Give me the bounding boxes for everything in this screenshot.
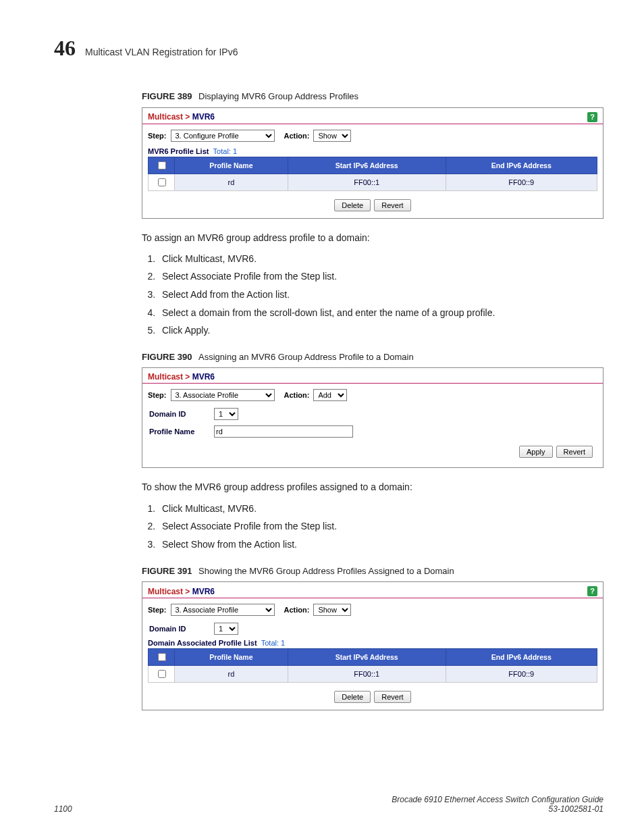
profile-list-total: 1 bbox=[233, 147, 237, 155]
profile-name-label: Profile Name bbox=[149, 427, 207, 436]
action-select[interactable]: Add bbox=[313, 389, 347, 401]
action-label: Action: bbox=[284, 606, 310, 614]
domain-id-label: Domain ID bbox=[149, 410, 207, 418]
intro-show: To show the MVR6 group address profiles … bbox=[142, 480, 603, 494]
figure-389-panel: Multicast > MVR6 ? Step: 3. Configure Pr… bbox=[142, 107, 603, 219]
step-item: Select Add from the Action list. bbox=[158, 286, 603, 304]
help-icon[interactable]: ? bbox=[587, 586, 597, 596]
figure-390-panel: Multicast > MVR6 Step: 3. Associate Prof… bbox=[142, 367, 603, 468]
breadcrumb-mvr6: MVR6 bbox=[192, 112, 215, 122]
breadcrumb: Multicast > MVR6 bbox=[148, 587, 215, 596]
step-item: Select Show from the Action list. bbox=[158, 536, 603, 554]
revert-button[interactable]: Revert bbox=[556, 446, 593, 458]
revert-button[interactable]: Revert bbox=[374, 691, 410, 703]
figure-391-title: Showing the MVR6 Group Address Profiles … bbox=[198, 566, 454, 576]
footer-pagenum: 1100 bbox=[54, 804, 72, 814]
cell-end-ipv6: FF00::9 bbox=[446, 666, 597, 683]
table-row: rd FF00::1 FF00::9 bbox=[149, 666, 597, 683]
cell-end-ipv6: FF00::9 bbox=[446, 174, 597, 190]
figure-390-caption: FIGURE 390 Assigning an MVR6 Group Addre… bbox=[142, 352, 603, 363]
row-checkbox[interactable] bbox=[158, 178, 166, 186]
footer-docnum: 53-1002581-01 bbox=[392, 804, 603, 814]
action-label: Action: bbox=[284, 132, 310, 140]
profile-name-input[interactable] bbox=[214, 425, 353, 438]
row-checkbox[interactable] bbox=[158, 670, 166, 678]
step-label: Step: bbox=[148, 606, 167, 614]
revert-button[interactable]: Revert bbox=[374, 199, 410, 211]
figure-389-label: FIGURE 389 bbox=[142, 91, 192, 101]
help-icon[interactable]: ? bbox=[587, 112, 597, 122]
domain-id-label: Domain ID bbox=[149, 625, 207, 633]
action-label: Action: bbox=[284, 391, 310, 399]
col-start-ipv6: Start IPv6 Address bbox=[288, 157, 446, 174]
delete-button[interactable]: Delete bbox=[334, 199, 371, 211]
domain-id-select[interactable]: 1 bbox=[214, 623, 238, 635]
step-item: Select a domain from the scroll-down lis… bbox=[158, 304, 603, 322]
assoc-profile-list-total: 1 bbox=[281, 639, 285, 647]
step-item: Click Apply. bbox=[158, 321, 603, 340]
figure-391-label: FIGURE 391 bbox=[142, 566, 192, 576]
cell-start-ipv6: FF00::1 bbox=[288, 666, 446, 683]
figure-389-title: Displaying MVR6 Group Address Profiles bbox=[198, 91, 358, 101]
col-profile-name: Profile Name bbox=[175, 649, 288, 666]
step-select[interactable]: 3. Associate Profile bbox=[171, 604, 275, 616]
chapter-number: 46 bbox=[54, 37, 76, 59]
figure-389-caption: FIGURE 389 Displaying MVR6 Group Address… bbox=[142, 91, 603, 102]
assoc-profile-table: Profile Name Start IPv6 Address End IPv6… bbox=[148, 648, 597, 683]
delete-button[interactable]: Delete bbox=[334, 691, 371, 703]
breadcrumb: Multicast > MVR6 bbox=[148, 372, 215, 382]
cell-start-ipv6: FF00::1 bbox=[288, 174, 446, 190]
breadcrumb-multicast: Multicast bbox=[148, 372, 183, 382]
col-profile-name: Profile Name bbox=[175, 157, 288, 174]
action-select[interactable]: Show bbox=[313, 130, 351, 142]
chapter-title: Multicast VLAN Registration for IPv6 bbox=[85, 47, 238, 57]
step-item: Click Multicast, MVR6. bbox=[158, 250, 603, 268]
breadcrumb: Multicast > MVR6 bbox=[148, 112, 215, 122]
select-all-checkbox[interactable] bbox=[158, 653, 166, 661]
step-item: Select Associate Profile from the Step l… bbox=[158, 517, 603, 536]
figure-391-caption: FIGURE 391 Showing the MVR6 Group Addres… bbox=[142, 566, 603, 577]
assoc-profile-list-total-label: Total: bbox=[261, 639, 279, 647]
cell-profile-name: rd bbox=[175, 174, 288, 190]
col-end-ipv6: End IPv6 Address bbox=[446, 649, 597, 666]
col-end-ipv6: End IPv6 Address bbox=[446, 157, 597, 174]
step-select[interactable]: 3. Associate Profile bbox=[171, 389, 275, 401]
figure-390-title: Assigning an MVR6 Group Address Profile … bbox=[198, 352, 414, 362]
action-select[interactable]: Show bbox=[313, 604, 351, 616]
profile-list-title: MVR6 Profile List Total: 1 bbox=[142, 145, 603, 157]
steps-assign: Click Multicast, MVR6. Select Associate … bbox=[142, 250, 603, 340]
step-select[interactable]: 3. Configure Profile bbox=[171, 130, 275, 142]
col-start-ipv6: Start IPv6 Address bbox=[288, 649, 446, 666]
profile-list-total-label: Total: bbox=[213, 147, 231, 155]
profile-table: Profile Name Start IPv6 Address End IPv6… bbox=[148, 157, 597, 191]
assoc-profile-list-label: Domain Associated Profile List bbox=[148, 639, 257, 647]
cell-profile-name: rd bbox=[175, 666, 288, 683]
intro-assign: To assign an MVR6 group address profile … bbox=[142, 231, 603, 244]
breadcrumb-mvr6: MVR6 bbox=[192, 372, 215, 382]
footer-book: Brocade 6910 Ethernet Access Switch Conf… bbox=[392, 795, 603, 804]
domain-id-select[interactable]: 1 bbox=[214, 408, 238, 420]
select-all-checkbox[interactable] bbox=[158, 161, 166, 170]
step-item: Select Associate Profile from the Step l… bbox=[158, 267, 603, 286]
breadcrumb-mvr6: MVR6 bbox=[192, 587, 215, 596]
breadcrumb-multicast: Multicast bbox=[148, 587, 183, 596]
apply-button[interactable]: Apply bbox=[519, 446, 553, 458]
step-label: Step: bbox=[148, 391, 167, 399]
step-label: Step: bbox=[148, 132, 167, 140]
profile-list-label: MVR6 Profile List bbox=[148, 147, 209, 155]
figure-390-label: FIGURE 390 bbox=[142, 352, 192, 362]
breadcrumb-multicast: Multicast bbox=[148, 112, 183, 122]
table-row: rd FF00::1 FF00::9 bbox=[149, 174, 597, 190]
figure-391-panel: Multicast > MVR6 ? Step: 3. Associate Pr… bbox=[142, 581, 603, 710]
step-item: Click Multicast, MVR6. bbox=[158, 500, 603, 518]
steps-show: Click Multicast, MVR6. Select Associate … bbox=[142, 500, 603, 554]
assoc-profile-list-title: Domain Associated Profile List Total: 1 bbox=[142, 636, 603, 648]
